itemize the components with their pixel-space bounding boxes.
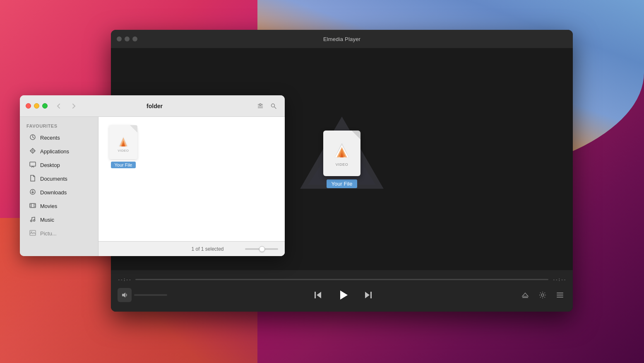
finder-sidebar: Favourites Recents	[20, 117, 99, 256]
volume-section	[118, 288, 167, 302]
svg-rect-16	[557, 293, 563, 293]
player-title: Elmedia Player	[323, 36, 360, 42]
finder-maximize-button[interactable]	[42, 103, 48, 109]
finder-file-item[interactable]: VIDEO Your File	[107, 125, 140, 168]
player-file-icon-shape: VIDEO	[323, 131, 360, 176]
icon-size-slider[interactable]	[245, 248, 278, 250]
volume-slider[interactable]	[134, 294, 167, 296]
sidebar-documents-label: Documents	[40, 176, 67, 182]
svg-point-15	[541, 294, 544, 296]
player-close-button[interactable]	[117, 36, 122, 41]
svg-rect-18	[557, 297, 563, 298]
svg-point-35	[31, 220, 32, 222]
desktop-icon	[29, 161, 36, 169]
player-titlebar: Elmedia Player	[111, 30, 573, 48]
finder-folder-name: folder	[58, 103, 251, 109]
playlist-icon	[556, 291, 564, 299]
sidebar-section-favourites: Favourites	[20, 122, 98, 131]
svg-marker-12	[365, 292, 370, 298]
sidebar-item-recents[interactable]: Recents	[22, 131, 96, 145]
time-start: --:--	[118, 277, 131, 282]
grid-icon	[29, 148, 36, 154]
svg-point-36	[34, 220, 35, 221]
sidebar-recents-label: Recents	[40, 135, 60, 141]
sidebar-item-downloads[interactable]: Downloads	[22, 186, 96, 199]
search-icon	[270, 103, 277, 109]
skip-back-icon	[314, 290, 323, 300]
elmedia-logo-small	[116, 134, 131, 149]
finder-content: VIDEO Your File	[99, 117, 285, 177]
clock-icon	[29, 134, 36, 140]
documents-icon	[29, 175, 36, 183]
svg-point-20	[272, 104, 275, 107]
settings-button[interactable]	[536, 289, 549, 301]
player-maximize-button[interactable]	[132, 36, 137, 41]
airplay-button[interactable]	[519, 289, 531, 301]
airplay-icon	[521, 290, 530, 300]
player-file-name-badge: Your File	[327, 179, 358, 188]
svg-marker-9	[317, 292, 321, 298]
slider-track	[245, 248, 278, 250]
finder-view-options-button[interactable]	[255, 101, 266, 111]
finder-traffic-lights	[26, 103, 48, 109]
finder-window: folder Favourites	[20, 95, 285, 256]
finder-close-button[interactable]	[26, 103, 31, 109]
volume-button[interactable]	[118, 288, 132, 302]
finder-file-name-badge: Your File	[111, 162, 135, 168]
svg-rect-28	[30, 203, 36, 208]
skip-back-button[interactable]	[311, 288, 325, 302]
player-traffic-lights	[117, 36, 137, 41]
time-end: --:--	[553, 277, 566, 282]
svg-point-19	[260, 104, 261, 105]
player-file-icon: VIDEO Your File	[323, 131, 360, 188]
play-button[interactable]	[334, 286, 353, 305]
film-icon	[29, 202, 36, 209]
progress-track[interactable]	[135, 279, 548, 280]
sidebar-item-desktop[interactable]: Desktop	[22, 158, 96, 172]
finder-status-text: 1 of 1 selected	[175, 246, 240, 252]
playlist-button[interactable]	[554, 289, 566, 301]
finder-titlebar: folder	[20, 95, 285, 117]
svg-marker-7	[122, 293, 125, 298]
sidebar-item-music[interactable]: Music	[22, 213, 96, 227]
sidebar-downloads-label: Downloads	[40, 189, 67, 196]
svg-rect-14	[522, 297, 528, 298]
sidebar-desktop-label: Desktop	[40, 162, 60, 168]
sidebar-pictures-label: Pictu...	[40, 230, 57, 237]
svg-line-21	[274, 107, 276, 109]
slider-thumb	[259, 246, 265, 252]
controls-row	[118, 286, 566, 309]
sidebar-item-documents[interactable]: Documents	[22, 172, 96, 186]
sidebar-applications-label: Applications	[40, 148, 69, 155]
skip-forward-icon	[363, 290, 372, 300]
finder-statusbar: 1 of 1 selected	[99, 241, 285, 256]
sidebar-music-label: Music	[40, 217, 54, 223]
finder-nav-right	[255, 101, 279, 111]
player-minimize-button[interactable]	[125, 36, 130, 41]
settings-icon	[538, 291, 547, 299]
doc-icon	[29, 175, 36, 182]
applications-icon	[29, 148, 36, 155]
sidebar-item-applications[interactable]: Applications	[22, 145, 96, 158]
finder-main: VIDEO Your File 1 of 1 selected	[99, 117, 285, 256]
pictures-icon	[29, 230, 36, 237]
svg-rect-8	[315, 292, 316, 298]
photo-icon	[29, 230, 36, 236]
monitor-icon	[29, 161, 36, 168]
sidebar-item-movies[interactable]: Movies	[22, 199, 96, 213]
finder-file-icon: VIDEO	[109, 125, 137, 159]
skip-forward-button[interactable]	[361, 288, 375, 302]
finder-search-button[interactable]	[268, 101, 279, 111]
controls-center	[174, 286, 512, 305]
finder-minimize-button[interactable]	[34, 103, 39, 109]
download-icon	[29, 189, 36, 195]
finder-body: Favourites Recents	[20, 117, 285, 256]
volume-icon	[121, 292, 128, 298]
sidebar-item-pictures[interactable]: Pictu...	[22, 227, 96, 240]
recents-icon	[29, 134, 36, 142]
play-icon	[337, 289, 349, 301]
svg-rect-11	[370, 292, 372, 298]
finder-file-type-label: VIDEO	[118, 149, 129, 152]
movies-icon	[29, 202, 36, 210]
progress-bar-row: --:-- --:--	[118, 270, 566, 286]
